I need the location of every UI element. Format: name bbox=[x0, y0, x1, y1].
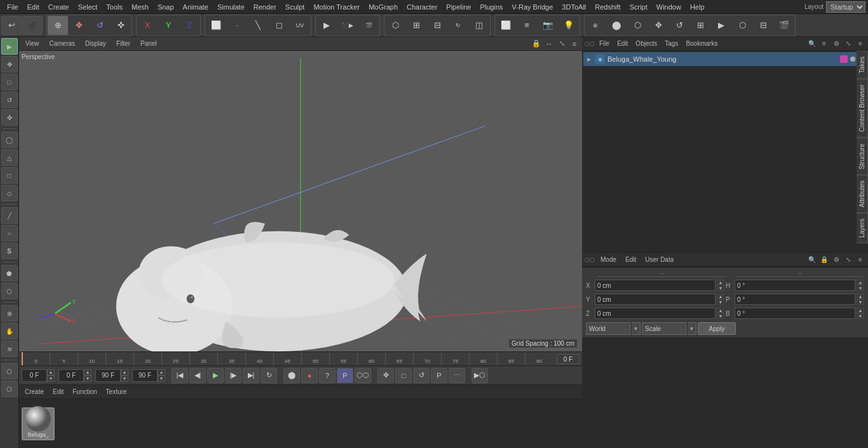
menu-character[interactable]: Character bbox=[402, 2, 442, 12]
coord-x-pos-field[interactable]: 0 cm bbox=[595, 280, 715, 291]
ls-knife-button[interactable]: ╱ bbox=[1, 207, 18, 224]
array-button[interactable]: ⊟ bbox=[427, 16, 447, 35]
attr-edit-button[interactable]: Edit bbox=[622, 255, 639, 264]
motion-clip-button[interactable]: P bbox=[337, 368, 353, 383]
objects-file-button[interactable]: File bbox=[596, 39, 613, 48]
scale-dropdown-arrow[interactable]: ▼ bbox=[688, 322, 696, 335]
loop-button[interactable]: ↻ bbox=[261, 368, 277, 383]
workplane[interactable]: ≡ bbox=[517, 16, 537, 35]
ls-grab-button[interactable]: ✋ bbox=[1, 323, 18, 339]
floor-snap[interactable]: ⬜ bbox=[496, 16, 516, 35]
auto-key-button[interactable]: ? bbox=[319, 368, 336, 383]
coord-h-field[interactable]: 0 ° bbox=[735, 280, 855, 291]
next-frame-button[interactable]: |▶ bbox=[225, 368, 241, 383]
ls-rotate-button[interactable]: ↺ bbox=[1, 92, 18, 108]
world-dropdown-arrow[interactable]: ▼ bbox=[632, 322, 641, 335]
object-row-beluga[interactable]: ▶ ◉ Beluga_Whale_Young bbox=[583, 52, 867, 66]
scale-btn2[interactable]: ⊞ bbox=[690, 16, 710, 35]
menu-mesh[interactable]: Mesh bbox=[127, 2, 153, 12]
ls-polygon-button[interactable]: ◯ bbox=[1, 132, 18, 148]
grid-button[interactable]: ⊞ bbox=[406, 16, 426, 35]
viewport-tab-display[interactable]: Display bbox=[81, 39, 110, 48]
ls-array-button[interactable]: ⬡ bbox=[1, 283, 18, 299]
start-frame-up[interactable]: ▲ bbox=[47, 369, 55, 376]
end-frame-field[interactable]: 90 F bbox=[95, 369, 121, 382]
viewport-3d[interactable]: Y X Z Perspective Grid Spacing : 100 cm bbox=[19, 51, 582, 351]
rotate-btn2[interactable]: ↺ bbox=[669, 16, 689, 35]
objects-settings-icon[interactable]: ⚙ bbox=[831, 39, 841, 49]
takes-tab[interactable]: Takes bbox=[857, 51, 868, 79]
render-region-button[interactable]: ⬛▶ bbox=[337, 16, 358, 35]
mat-create-button[interactable]: Create bbox=[22, 387, 47, 397]
go-to-end-button[interactable]: ▶| bbox=[243, 368, 259, 383]
menu-create[interactable]: Create bbox=[44, 2, 74, 12]
icon-extra[interactable]: ⬡ bbox=[732, 16, 752, 35]
rotate-tool-button[interactable]: ↺ bbox=[90, 16, 110, 35]
menu-help[interactable]: Help bbox=[686, 2, 709, 12]
camera-btn[interactable]: 📷 bbox=[538, 16, 558, 35]
ls-transform-button[interactable]: ✜ bbox=[1, 109, 18, 126]
extra2[interactable]: ⬡ bbox=[627, 16, 648, 35]
end-frame2-down[interactable]: ▼ bbox=[158, 376, 165, 382]
viewport-tab-view[interactable]: View bbox=[22, 39, 43, 48]
y-axis-button[interactable]: Y bbox=[158, 16, 179, 35]
prev-frame-button[interactable]: ◀| bbox=[189, 368, 206, 383]
coord-y-pos-up[interactable]: ▲ bbox=[717, 294, 724, 299]
mat-edit-button[interactable]: Edit bbox=[50, 387, 67, 397]
menu-render[interactable]: Render bbox=[249, 2, 281, 12]
menu-simulate[interactable]: Simulate bbox=[213, 2, 249, 12]
render-tr-button[interactable]: ▶⬡ bbox=[471, 368, 488, 383]
go-to-start-button[interactable]: |◀ bbox=[172, 368, 188, 383]
viewport-icon-arrow[interactable]: ↔ bbox=[544, 39, 554, 49]
viewport-tab-filter[interactable]: Filter bbox=[112, 39, 134, 48]
coord-z-pos-down[interactable]: ▼ bbox=[717, 313, 724, 319]
menu-snap[interactable]: Snap bbox=[153, 2, 179, 12]
mat-function-button[interactable]: Function bbox=[69, 387, 100, 397]
ls-edge-button[interactable]: △ bbox=[1, 149, 18, 166]
viewport-icon-menu[interactable]: ≡ bbox=[569, 39, 580, 49]
menu-edit[interactable]: Edit bbox=[23, 2, 44, 12]
floor-btn[interactable]: ⬤ bbox=[606, 16, 627, 35]
loop-button[interactable]: ↻ bbox=[448, 16, 468, 35]
apply-button[interactable]: Apply bbox=[698, 322, 736, 335]
scale-tool-button[interactable]: ✥ bbox=[69, 16, 89, 35]
light-btn[interactable]: 💡 bbox=[559, 16, 579, 35]
menu-sculpt[interactable]: Sculpt bbox=[281, 2, 309, 12]
coord-x-pos-up[interactable]: ▲ bbox=[717, 280, 724, 285]
menu-script[interactable]: Script bbox=[625, 2, 652, 12]
coord-y-pos-field[interactable]: 0 cm bbox=[595, 294, 715, 305]
menu-tools[interactable]: Tools bbox=[102, 2, 127, 12]
ls-rivet-button[interactable]: ⊕ bbox=[1, 305, 18, 322]
coord-y-pos-down[interactable]: ▼ bbox=[717, 299, 724, 305]
viewport-icon-expand[interactable]: ⤡ bbox=[557, 39, 567, 49]
objects-objects-button[interactable]: Objects bbox=[632, 39, 660, 48]
snap-button[interactable]: ◫ bbox=[469, 16, 489, 35]
menu-mograph[interactable]: MoGraph bbox=[364, 2, 402, 12]
z-axis-button[interactable]: Z bbox=[179, 16, 200, 35]
object-color-swatch[interactable] bbox=[840, 55, 848, 63]
objects-expand-icon[interactable]: ⤡ bbox=[843, 39, 853, 49]
coord-b-down[interactable]: ▼ bbox=[857, 313, 864, 319]
coord-x-pos-down[interactable]: ▼ bbox=[717, 285, 724, 291]
coord-z-pos-up[interactable]: ▲ bbox=[717, 308, 724, 313]
render-settings[interactable]: ⊕ bbox=[585, 16, 606, 35]
attr-menu-icon[interactable]: ≡ bbox=[855, 255, 865, 265]
menu-redshift[interactable]: Redshift bbox=[590, 2, 625, 12]
viewport-tab-cameras[interactable]: Cameras bbox=[46, 39, 79, 48]
coord-b-field[interactable]: 0 ° bbox=[735, 308, 855, 319]
undo-button[interactable]: ↩ bbox=[1, 16, 22, 35]
menu-file[interactable]: File bbox=[3, 2, 23, 12]
menu-window[interactable]: Window bbox=[652, 2, 686, 12]
objects-bookmarks-button[interactable]: Bookmarks bbox=[682, 39, 721, 48]
attributes-tab[interactable]: Attributes bbox=[857, 175, 868, 213]
ls-s-button[interactable]: S bbox=[1, 243, 18, 259]
play-btn2[interactable]: ▶ bbox=[711, 16, 731, 35]
objects-filter-icon[interactable]: ≡ bbox=[819, 39, 829, 49]
ls-scale-button[interactable]: □ bbox=[1, 74, 18, 90]
end-frame-down[interactable]: ▼ bbox=[121, 376, 128, 382]
uv-mode-button[interactable]: UV bbox=[290, 16, 310, 35]
play-button[interactable]: ▶ bbox=[207, 368, 224, 383]
timeline-ruler[interactable]: 0 5 10 15 20 25 30 35 40 45 50 55 60 65 … bbox=[19, 351, 582, 365]
objects-search-icon[interactable]: 🔍 bbox=[807, 39, 817, 49]
coord-h-down[interactable]: ▼ bbox=[857, 285, 864, 291]
